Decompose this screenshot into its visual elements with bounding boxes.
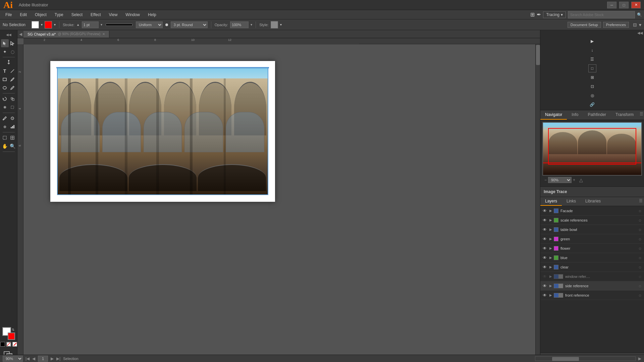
libraries-tab[interactable]: Libraries xyxy=(581,197,605,206)
workspace-icon[interactable]: ⊟ xyxy=(633,22,637,27)
default-fill-swatch[interactable] xyxy=(0,342,5,347)
layer-item-flower[interactable]: 👁 ▶ flower ○ xyxy=(540,244,644,253)
slice-tool[interactable] xyxy=(9,134,16,142)
vscroll-thumb[interactable] xyxy=(536,45,540,65)
ellipse-tool[interactable] xyxy=(1,84,9,92)
symbol-tool[interactable]: ⊕ xyxy=(1,123,9,131)
panel-toggle-btn[interactable]: ◀◀ xyxy=(637,31,643,35)
menu-help[interactable]: Help xyxy=(145,11,160,18)
layer-target-green[interactable]: ○ xyxy=(637,236,643,242)
lasso-tool[interactable]: ◌ xyxy=(9,48,16,56)
circle-btn[interactable]: ◎ xyxy=(588,92,596,100)
layer-target-sideref[interactable]: ○ xyxy=(637,283,643,289)
layer-expand-flower[interactable]: ▶ xyxy=(548,246,553,250)
layer-item-sideref[interactable]: 👁 ▶ side reference ○ xyxy=(540,281,644,291)
layer-item-facade[interactable]: 👁 ▶ Facade ○ xyxy=(540,206,644,216)
opacity-arrow[interactable]: ▾ xyxy=(251,23,252,26)
zoom-out-btn[interactable]: − xyxy=(544,178,547,182)
layer-item-green[interactable]: 👁 ▶ green ○ xyxy=(540,234,644,244)
layer-target-tablebowl[interactable]: ○ xyxy=(637,227,643,232)
stroke-down-btn[interactable]: ▾ xyxy=(101,23,102,26)
direct-select-tool[interactable] xyxy=(9,39,16,47)
layers-tab[interactable]: Layers xyxy=(540,197,562,206)
menu-type[interactable]: Type xyxy=(51,11,67,18)
layer-vis-tablebowl[interactable]: 👁 xyxy=(542,227,548,232)
menu-object[interactable]: Object xyxy=(32,11,50,18)
zoom-in-btn[interactable]: + xyxy=(573,178,575,182)
layer-target-clear[interactable]: ○ xyxy=(637,264,643,270)
tracing-button[interactable]: Tracing ▾ xyxy=(543,11,566,18)
fit-view-btn[interactable]: △ xyxy=(579,177,583,183)
links-tab[interactable]: Links xyxy=(562,197,581,206)
layer-expand-green[interactable]: ▶ xyxy=(548,237,553,241)
layer-target-scale[interactable]: ○ xyxy=(637,218,643,223)
layer-expand-windowref[interactable]: ▶ xyxy=(548,275,553,278)
link-btn[interactable]: 🔗 xyxy=(588,101,596,109)
play-btn[interactable]: ▶ xyxy=(588,37,596,45)
nav-next-btn[interactable]: ▶ xyxy=(51,356,54,361)
vertical-scrollbar[interactable] xyxy=(535,44,540,355)
menu-view[interactable]: View xyxy=(106,11,121,18)
rect-tool[interactable] xyxy=(1,75,9,83)
transform-tab[interactable]: Transform xyxy=(611,110,638,120)
document-tab[interactable]: SG Chapel v3.ai* @ 90% (RGB/GPU Preview)… xyxy=(23,31,109,38)
layer-item-scale[interactable]: 👁 ▶ scale references ○ xyxy=(540,216,644,225)
brush-icon[interactable]: ✒ xyxy=(537,11,541,18)
layer-vis-sideref[interactable]: 👁 xyxy=(542,284,548,288)
layer-expand-clear[interactable]: ▶ xyxy=(548,265,553,269)
panel-menu-btn[interactable]: ☰ xyxy=(638,110,644,120)
stroke-style-select[interactable]: Uniform Width Profile 1 xyxy=(136,21,163,28)
stroke-swatch-option[interactable] xyxy=(45,21,52,28)
pen-tool[interactable] xyxy=(1,59,16,67)
menu-select[interactable]: Select xyxy=(68,11,86,18)
layer-item-windowref[interactable]: 👁 ▶ window refer.... ○ xyxy=(540,272,644,281)
close-button[interactable]: ✕ xyxy=(631,2,641,8)
scroll-right-btn[interactable]: ▶ xyxy=(638,356,641,361)
paintbrush-tool[interactable] xyxy=(9,75,16,83)
swap-colors-icon[interactable]: ⇅ xyxy=(12,328,14,331)
menu-edit[interactable]: Edit xyxy=(16,11,30,18)
doc-setup-button[interactable]: Document Setup xyxy=(568,22,601,28)
layer-vis-clear[interactable]: 👁 xyxy=(542,265,548,269)
rect-btn[interactable]: □ xyxy=(588,64,596,72)
layer-vis-frontref[interactable]: 👁 xyxy=(542,293,548,298)
stock-search-input[interactable] xyxy=(568,11,635,18)
grid-btn[interactable]: ⊡ xyxy=(588,82,596,90)
canvas-scroll-area[interactable] xyxy=(23,44,540,355)
zoom-select[interactable]: 90% 75% 100% 50% xyxy=(548,177,572,183)
layer-vis-green[interactable]: 👁 xyxy=(542,237,548,241)
hscroll-thumb[interactable] xyxy=(552,357,579,361)
default-stroke-swatch[interactable] xyxy=(6,342,11,347)
layer-expand-tablebowl[interactable]: ▶ xyxy=(548,228,553,231)
style-swatch[interactable] xyxy=(271,21,278,28)
pencil-tool[interactable] xyxy=(9,84,16,92)
transform-btn[interactable]: ⊞ xyxy=(588,73,596,81)
toolbar-toggle[interactable]: ◀◀ xyxy=(6,32,12,38)
stroke-value-input[interactable] xyxy=(82,21,99,28)
maximize-button[interactable]: □ xyxy=(619,2,629,8)
layer-vis-windowref[interactable]: 👁 xyxy=(542,274,548,279)
brush-select[interactable]: 3 pt. Round 1 pt. Round xyxy=(171,21,208,28)
layer-target-windowref[interactable]: ○ xyxy=(637,274,643,279)
layer-vis-facade[interactable]: 👁 xyxy=(542,208,548,213)
layer-expand-blue[interactable]: ▶ xyxy=(548,256,553,259)
column-graph-tool[interactable] xyxy=(9,123,16,131)
layer-expand-facade[interactable]: ▶ xyxy=(548,209,553,213)
menu-effect[interactable]: Effect xyxy=(87,11,104,18)
layer-target-blue[interactable]: ○ xyxy=(637,255,643,260)
measure-tool[interactable] xyxy=(9,114,16,122)
menu-lines-btn[interactable]: ☰ xyxy=(588,55,596,63)
artboard-tool[interactable] xyxy=(1,134,9,142)
nav-prev-btn[interactable]: ◀ xyxy=(32,356,35,361)
nav-last-btn[interactable]: ▶| xyxy=(56,356,60,361)
arrange-icon[interactable]: ⊞ xyxy=(530,11,535,18)
layer-vis-flower[interactable]: 👁 xyxy=(542,246,548,251)
navigator-tab[interactable]: Navigator xyxy=(540,110,567,120)
stroke-up-btn[interactable]: ▲ xyxy=(76,23,80,26)
pathfinder-tab[interactable]: Pathfinder xyxy=(583,110,611,120)
stroke-swatch[interactable] xyxy=(8,333,15,340)
search-icon[interactable]: 🔍 xyxy=(637,12,642,17)
rotate-tool[interactable] xyxy=(1,95,9,103)
line-tool[interactable] xyxy=(9,67,16,75)
layer-target-frontref[interactable]: ○ xyxy=(637,293,643,298)
